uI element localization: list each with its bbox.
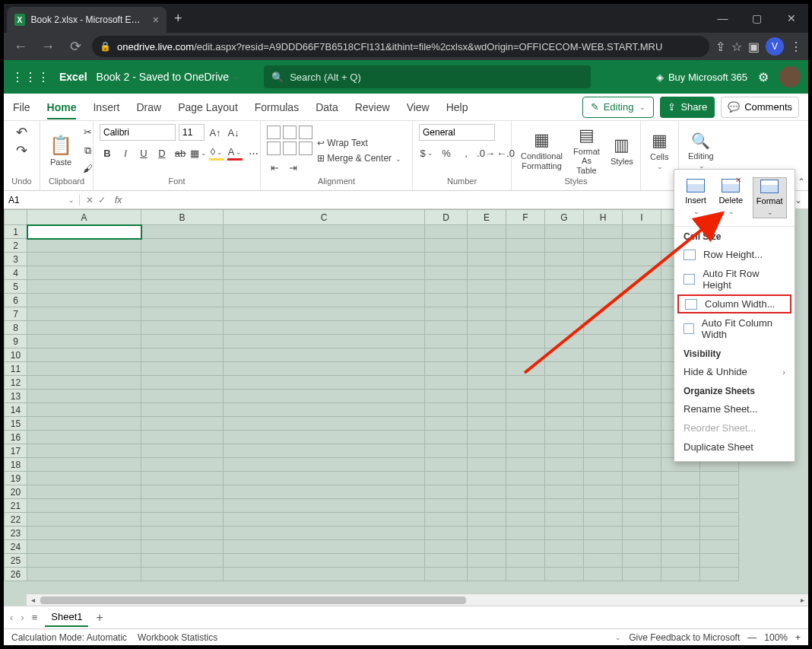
row-header[interactable]: 11: [5, 362, 27, 376]
share-button[interactable]: ⇪ Share: [660, 97, 715, 118]
cell[interactable]: [425, 527, 468, 540]
cell[interactable]: [27, 348, 141, 362]
row-header[interactable]: 14: [5, 403, 27, 417]
cell[interactable]: [545, 431, 584, 444]
cell[interactable]: [623, 568, 661, 581]
cell[interactable]: [141, 280, 224, 294]
cell[interactable]: [700, 472, 739, 485]
cell[interactable]: [425, 307, 468, 321]
cell[interactable]: [27, 362, 141, 376]
font-color-button[interactable]: A⌄: [227, 145, 243, 161]
cancel-formula-button[interactable]: ✕: [86, 195, 94, 205]
cell[interactable]: [224, 390, 425, 403]
cell[interactable]: [224, 485, 425, 499]
cell[interactable]: [141, 499, 224, 513]
format-cells-button[interactable]: Format⌄: [753, 177, 787, 218]
cell[interactable]: [584, 417, 623, 431]
cell[interactable]: [584, 431, 623, 444]
cell[interactable]: [623, 253, 661, 266]
cell[interactable]: [468, 444, 506, 458]
row-header[interactable]: 2: [5, 239, 27, 253]
sheet-tab[interactable]: Sheet1: [45, 608, 88, 627]
cell[interactable]: [506, 239, 545, 253]
cell[interactable]: [224, 417, 425, 431]
cell[interactable]: [425, 280, 468, 294]
row-header[interactable]: 18: [5, 458, 27, 472]
cell[interactable]: [545, 348, 584, 362]
all-sheets-button[interactable]: ≡: [32, 612, 38, 623]
cell[interactable]: [545, 335, 584, 348]
alignment-grid[interactable]: [267, 126, 312, 155]
cell[interactable]: [584, 266, 623, 280]
cell[interactable]: [506, 266, 545, 280]
cell[interactable]: [700, 485, 739, 499]
undo-button[interactable]: ↶: [16, 124, 27, 141]
cell[interactable]: [545, 527, 584, 540]
cell[interactable]: [623, 376, 661, 390]
name-box[interactable]: A1 ⌄: [4, 195, 80, 205]
cell[interactable]: [224, 458, 425, 472]
cell[interactable]: [27, 239, 141, 253]
cell[interactable]: [425, 335, 468, 348]
insert-cells-button[interactable]: Insert⌄: [682, 177, 709, 218]
cell[interactable]: [425, 499, 468, 513]
cell[interactable]: [623, 294, 661, 307]
cell[interactable]: [224, 253, 425, 266]
column-header[interactable]: I: [623, 210, 661, 225]
cell[interactable]: [545, 458, 584, 472]
cell[interactable]: [27, 266, 141, 280]
cell[interactable]: [27, 540, 141, 554]
row-header[interactable]: 13: [5, 390, 27, 403]
row-header[interactable]: 4: [5, 266, 27, 280]
cell[interactable]: [545, 376, 584, 390]
row-header[interactable]: 24: [5, 540, 27, 554]
cell[interactable]: [623, 335, 661, 348]
cell[interactable]: [700, 540, 739, 554]
reload-button[interactable]: ⟳: [65, 38, 86, 55]
cell[interactable]: [141, 321, 224, 335]
cell[interactable]: [224, 403, 425, 417]
cell[interactable]: [141, 390, 224, 403]
feedback-link[interactable]: Give Feedback to Microsoft: [629, 632, 740, 643]
cell[interactable]: [506, 225, 545, 239]
cell[interactable]: [468, 253, 506, 266]
cell[interactable]: [545, 362, 584, 376]
cell[interactable]: [468, 390, 506, 403]
conditional-formatting-button[interactable]: ▦ Conditional Formatting: [518, 129, 566, 171]
increase-font-button[interactable]: A↑: [208, 125, 223, 140]
cell[interactable]: [141, 568, 224, 581]
cell[interactable]: [425, 376, 468, 390]
cell[interactable]: [506, 390, 545, 403]
cell[interactable]: [425, 348, 468, 362]
decrease-decimal-button[interactable]: ←.0: [498, 145, 513, 161]
percent-button[interactable]: %: [439, 145, 454, 161]
underline-button[interactable]: U: [136, 145, 151, 161]
horizontal-scrollbar[interactable]: ◂ ▸: [27, 593, 808, 606]
cell[interactable]: [545, 540, 584, 554]
cell[interactable]: [468, 321, 506, 335]
cell[interactable]: [27, 321, 141, 335]
cell[interactable]: [27, 472, 141, 485]
cell[interactable]: [468, 225, 506, 239]
next-sheet-button[interactable]: ›: [21, 612, 24, 623]
cell[interactable]: [468, 499, 506, 513]
autofit-row-item[interactable]: Auto Fit Row Height: [674, 264, 795, 294]
cell[interactable]: [27, 294, 141, 307]
cell[interactable]: [425, 253, 468, 266]
row-header[interactable]: 7: [5, 307, 27, 321]
cell[interactable]: [584, 225, 623, 239]
cell[interactable]: [468, 266, 506, 280]
cell[interactable]: [141, 513, 224, 527]
cell[interactable]: [425, 472, 468, 485]
cell[interactable]: [623, 527, 661, 540]
cell[interactable]: [506, 335, 545, 348]
cell[interactable]: [468, 458, 506, 472]
cell[interactable]: [224, 294, 425, 307]
tab-insert[interactable]: Insert: [93, 101, 119, 113]
column-header[interactable]: F: [506, 210, 545, 225]
cell[interactable]: [141, 362, 224, 376]
cell[interactable]: [425, 513, 468, 527]
fill-color-button[interactable]: ◊⌄: [209, 145, 224, 161]
cell[interactable]: [623, 513, 661, 527]
cell[interactable]: [623, 554, 661, 568]
